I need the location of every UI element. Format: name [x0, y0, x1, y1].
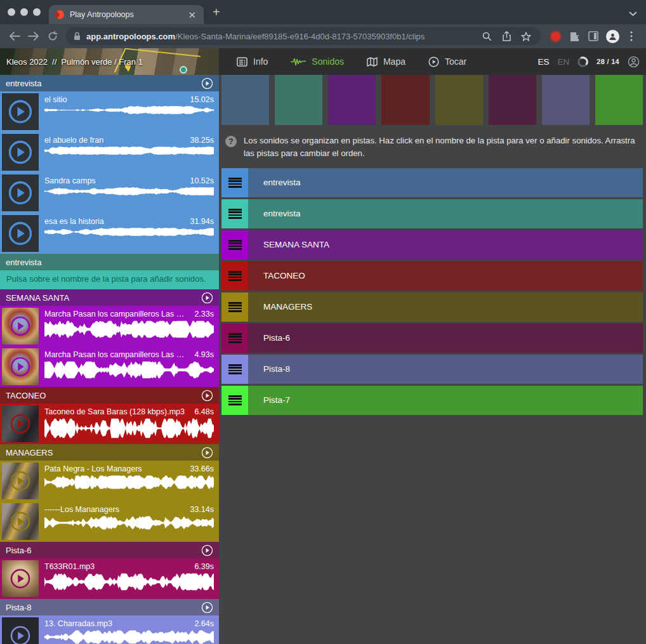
drag-handle[interactable]	[221, 230, 248, 260]
minimize-window-icon[interactable]	[20, 8, 28, 16]
section-play-icon[interactable]	[201, 77, 213, 89]
clip-item[interactable]: el abuelo de fran38.25s	[0, 132, 219, 173]
clip-duration: 2.64s	[194, 619, 214, 628]
track-row-body[interactable]: Pista-7	[248, 386, 643, 415]
track-row[interactable]: entrevista	[221, 199, 643, 228]
play-button-icon[interactable]	[8, 140, 33, 165]
track-row-body[interactable]: Pista-6	[248, 324, 643, 353]
clip-item[interactable]: 13. Charradas.mp32.64s	[0, 615, 219, 644]
tab-overflow-chevron-icon[interactable]	[629, 8, 637, 19]
drag-handle[interactable]	[221, 386, 248, 415]
section-play-icon[interactable]	[201, 292, 213, 304]
project-breadcrumb[interactable]: Kleos 2022//Pulmón verde / Fran 1	[0, 48, 219, 75]
track-color-swatch[interactable]	[595, 75, 643, 125]
track-row[interactable]: Pista-7	[221, 386, 643, 415]
track-color-swatch[interactable]	[489, 75, 536, 125]
clip-item[interactable]: el sitio15.02s	[0, 91, 219, 132]
track-row[interactable]: TACONEO	[221, 261, 643, 291]
clip-item[interactable]: ------Los Mananagers33.14s	[0, 501, 219, 542]
section-play-icon[interactable]	[201, 544, 213, 556]
section-play-icon[interactable]	[201, 390, 213, 402]
track-section-header[interactable]: entrevista	[0, 254, 219, 270]
split-screen-icon[interactable]	[584, 27, 603, 46]
clip-item[interactable]: Marcha Pasan los campanilleros Las Mejor…	[0, 306, 219, 346]
zoom-page-icon[interactable]	[480, 27, 494, 46]
track-row[interactable]: Pista-8	[221, 355, 643, 384]
drag-handle[interactable]	[221, 324, 248, 353]
clip-body: el sitio15.02s	[44, 93, 214, 130]
track-row[interactable]: SEMANA SANTA	[221, 230, 643, 260]
track-section-header[interactable]: Pista-8	[0, 599, 219, 615]
lang-es-button[interactable]: ES	[537, 57, 549, 67]
nav-tab-sonidos[interactable]: Sonidos	[284, 56, 360, 67]
play-button-icon[interactable]	[10, 511, 31, 532]
track-color-swatch[interactable]	[542, 75, 590, 125]
track-row[interactable]: entrevista	[221, 168, 643, 197]
drag-handle[interactable]	[221, 261, 248, 291]
clip-item[interactable]: Taconeo de Sara Baras (128 kbps).mp36.48…	[0, 404, 219, 444]
section-play-icon[interactable]	[201, 601, 213, 614]
clip-title-row: ------Los Mananagers33.14s	[44, 505, 214, 514]
track-color-swatch[interactable]	[381, 75, 429, 125]
tab-close-icon[interactable]: ✕	[187, 9, 197, 21]
bookmark-star-icon[interactable]	[519, 27, 533, 46]
nav-tab-info[interactable]: Info	[230, 56, 284, 67]
track-section-header[interactable]: MANAGERS	[0, 444, 219, 461]
clip-item[interactable]: Marcha Pasan los campanilleros Las Mejor…	[0, 346, 219, 387]
play-button-icon[interactable]	[10, 315, 31, 337]
share-icon[interactable]	[499, 27, 513, 46]
window-controls[interactable]	[8, 8, 41, 16]
zoom-window-icon[interactable]	[33, 8, 41, 16]
play-button-icon[interactable]	[10, 625, 31, 644]
extensions-puzzle-icon[interactable]	[565, 27, 584, 46]
track-row-body[interactable]: MANAGERS	[248, 292, 643, 322]
address-bar[interactable]: app.antropoloops.com/Kleos-Santa-Marina/…	[66, 27, 541, 45]
track-row[interactable]: MANAGERS	[221, 292, 643, 322]
close-window-icon[interactable]	[8, 8, 15, 16]
track-row-body[interactable]: entrevista	[248, 199, 643, 228]
track-section-header[interactable]: entrevista	[0, 75, 219, 91]
play-button-icon[interactable]	[10, 568, 31, 589]
play-button-icon[interactable]	[10, 356, 31, 378]
track-row-body[interactable]: Pista-8	[248, 355, 643, 384]
play-button-icon[interactable]	[10, 470, 31, 492]
track-row[interactable]: Pista-6	[221, 324, 643, 353]
play-button-icon[interactable]	[10, 413, 31, 435]
play-button-icon[interactable]	[8, 221, 33, 246]
track-section-header[interactable]: Pista-6	[0, 542, 219, 558]
drag-handle[interactable]	[221, 199, 248, 228]
lang-en-button[interactable]: EN	[557, 57, 569, 67]
clip-item[interactable]: Sandra camps10.52s	[0, 173, 219, 213]
drag-handle[interactable]	[221, 355, 248, 384]
back-button[interactable]	[5, 27, 24, 46]
forward-button[interactable]	[24, 27, 43, 46]
nav-tab-mapa[interactable]: Mapa	[360, 56, 422, 67]
record-indicator-icon[interactable]	[546, 27, 565, 46]
track-section-header[interactable]: TACONEO	[0, 387, 219, 404]
track-color-swatch[interactable]	[221, 75, 269, 125]
browser-tab[interactable]: Play Antropoloops ✕	[49, 5, 204, 24]
sidebar-track-section: Pista-813. Charradas.mp32.64s	[0, 599, 219, 644]
profile-avatar[interactable]	[603, 27, 622, 46]
section-play-icon[interactable]	[201, 447, 213, 459]
play-button-icon[interactable]	[8, 180, 33, 206]
track-color-swatch[interactable]	[275, 75, 322, 125]
track-color-swatch[interactable]	[435, 75, 483, 125]
track-row-body[interactable]: SEMANA SANTA	[248, 230, 643, 260]
drag-handle[interactable]	[221, 168, 248, 197]
track-row-body[interactable]: entrevista	[248, 168, 643, 197]
browser-menu-kebab-icon[interactable]	[622, 27, 641, 46]
track-color-swatch[interactable]	[328, 75, 376, 125]
track-section-name: Pista-8	[6, 603, 201, 612]
clip-item[interactable]: esa es la historia31.94s	[0, 213, 219, 254]
clip-item[interactable]: T633R01.mp36.39s	[0, 558, 219, 599]
clip-item[interactable]: Pata Negra - Los Managers33.66s	[0, 461, 219, 501]
track-section-header[interactable]: SEMANA SANTA	[0, 289, 219, 306]
track-row-body[interactable]: TACONEO	[248, 261, 643, 291]
nav-tab-tocar[interactable]: Tocar	[422, 56, 483, 67]
reload-button[interactable]	[43, 27, 62, 46]
drag-handle[interactable]	[221, 292, 248, 322]
account-icon[interactable]	[628, 56, 640, 68]
new-tab-button[interactable]: +	[213, 6, 220, 18]
play-button-icon[interactable]	[8, 99, 33, 124]
